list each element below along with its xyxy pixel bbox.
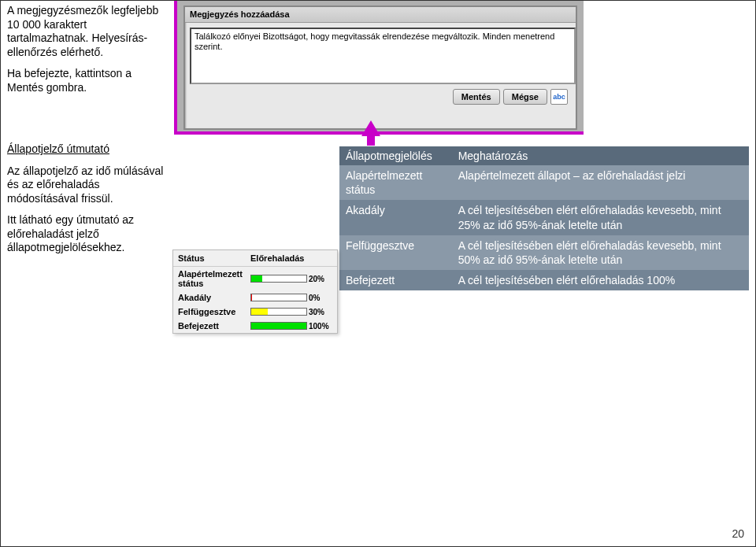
status-label: Befejezett <box>346 274 395 286</box>
progress-bar <box>250 294 307 301</box>
left-bottom-text: Állapotjelző útmutató Az állapotjelző az… <box>7 142 165 263</box>
progress-fill <box>251 323 306 329</box>
comment-textarea-text: Találkozó előnyei Bizottságot, hogy megv… <box>195 31 554 51</box>
mini-row-pct: 20% <box>309 275 332 283</box>
mini-row-pct: 30% <box>309 308 332 316</box>
progress-bar <box>250 275 307 283</box>
mini-row: Akadály 0% <box>173 290 337 305</box>
save-hint-text: Ha befejezte, kattintson a Mentés gombra… <box>7 67 165 94</box>
status-label: Alapértelmezett státus <box>346 169 422 196</box>
status-guide-p1: Az állapotjelző az idő múlásával és az e… <box>7 164 165 206</box>
comment-add-screenshot: Megjegyzés hozzáadása Találkozó előnyei … <box>174 1 584 135</box>
progress-bar <box>250 308 307 316</box>
progress-fill <box>251 309 268 315</box>
definition-col-header: Meghatározás <box>452 146 749 165</box>
cancel-button[interactable]: Mégse <box>503 89 547 105</box>
table-row: Akadály A cél teljesítésében elért előre… <box>339 200 749 235</box>
pointer-arrow-icon <box>361 120 380 136</box>
status-label: Felfüggesztve <box>346 239 414 252</box>
spellcheck-icon-glyph: abc <box>553 93 565 101</box>
mini-row: Felfüggesztve 30% <box>173 305 337 319</box>
comment-textarea[interactable]: Találkozó előnyei Bizottságot, hogy megv… <box>190 28 576 84</box>
spellcheck-icon[interactable]: abc <box>550 89 568 105</box>
comment-add-panel: Megjegyzés hozzáadása Találkozó előnyei … <box>183 6 577 130</box>
status-col-header: Állapotmegjelölés <box>339 146 452 165</box>
left-top-text: A megjegyzésmezők legfeljebb 10 000 kara… <box>7 4 165 102</box>
status-definition-table: Állapotmegjelölés Meghatározás Alapértel… <box>339 146 749 290</box>
button-row: Mentés Mégse abc <box>185 89 576 105</box>
status-guide-heading: Állapotjelző útmutató <box>7 142 165 157</box>
mini-col-status: Státus <box>173 250 246 266</box>
page-number: 20 <box>732 527 744 540</box>
note-limit-text: A megjegyzésmezők legfeljebb 10 000 kara… <box>7 4 165 59</box>
mini-row-pct: 100% <box>309 322 332 331</box>
status-def: Alapértelmezett állapot – az előrehaladá… <box>458 169 686 182</box>
progress-mini-table: Státus Előrehaladás Alapértelmezett stát… <box>172 249 338 334</box>
mini-row-label: Befejezett <box>178 321 250 331</box>
status-def: A cél teljesítésében elért előrehaladás … <box>458 239 721 266</box>
status-def: A cél teljesítésében elért előrehaladás … <box>458 274 676 286</box>
mini-table-header: Státus Előrehaladás <box>173 250 337 267</box>
status-guide-p2: Itt látható egy útmutató az előrehaladás… <box>7 213 165 255</box>
table-row: Alapértelmezett státus Alapértelmezett á… <box>339 165 749 200</box>
table-row: Felfüggesztve A cél teljesítésében elért… <box>339 235 749 270</box>
table-row: Befejezett A cél teljesítésében elért el… <box>339 270 749 290</box>
status-label: Akadály <box>346 204 385 216</box>
save-button[interactable]: Mentés <box>453 89 500 105</box>
mini-row: Alapértelmezett státus 20% <box>173 267 337 290</box>
progress-fill <box>251 275 262 282</box>
mini-row-label: Felfüggesztve <box>178 307 250 316</box>
mini-row: Befejezett 100% <box>173 319 337 333</box>
mini-row-pct: 0% <box>309 294 332 302</box>
progress-bar <box>250 322 307 330</box>
mini-row-label: Alapértelmezett státus <box>178 269 250 288</box>
progress-fill <box>251 294 252 301</box>
panel-title: Megjegyzés hozzáadása <box>185 7 576 23</box>
mini-row-label: Akadály <box>178 293 250 302</box>
status-def: A cél teljesítésében elért előrehaladás … <box>458 204 721 231</box>
pointer-arrow-stem <box>367 135 375 146</box>
mini-col-progress: Előrehaladás <box>246 250 309 266</box>
